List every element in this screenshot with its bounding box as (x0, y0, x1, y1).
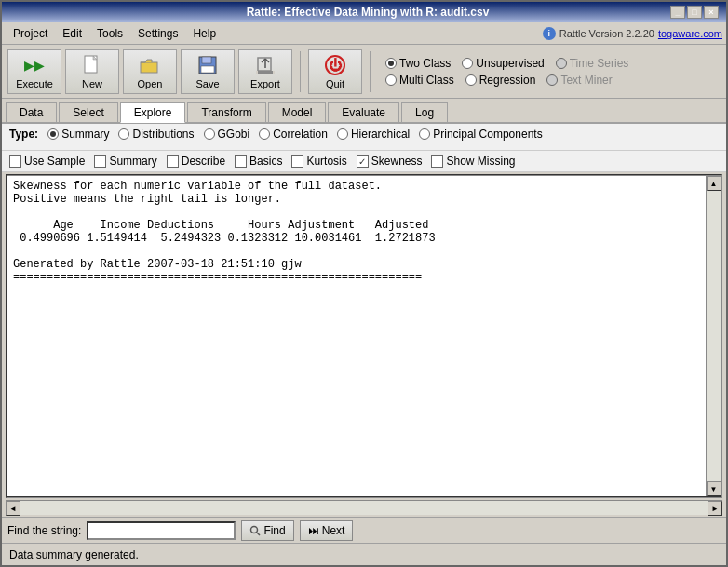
explore-type-section: Type: Summary Distributions GGobi Correl… (2, 124, 726, 151)
type-distributions[interactable]: Distributions (118, 128, 194, 141)
title-bar: Rattle: Effective Data Mining with R: au… (2, 2, 726, 22)
option-regression[interactable]: Regression (465, 74, 536, 87)
text-output[interactable]: Skewness for each numeric variable of th… (7, 176, 706, 496)
label-ggobi: GGobi (218, 128, 250, 141)
option-two-class[interactable]: Two Class (385, 57, 451, 70)
label-regression: Regression (479, 74, 536, 87)
checkbox-use-sample[interactable] (9, 155, 21, 168)
tab-transform[interactable]: Transform (187, 102, 265, 122)
option-row-1: Two Class Unsupervised Time Series (385, 57, 628, 70)
find-button[interactable]: Find (241, 520, 293, 541)
toolbar-separator (300, 51, 301, 92)
label-correlation: Correlation (273, 128, 328, 141)
menu-edit[interactable]: Edit (55, 25, 89, 42)
scroll-up-button[interactable]: ▲ (707, 176, 721, 191)
svg-rect-2 (141, 62, 157, 73)
quit-icon: ⏻ (324, 54, 346, 76)
scroll-left-button[interactable]: ◄ (6, 501, 20, 516)
svg-point-12 (251, 526, 258, 533)
label-principal-components: Principal Components (433, 128, 542, 141)
tab-select[interactable]: Select (59, 102, 117, 122)
check-use-sample[interactable]: Use Sample (9, 155, 85, 168)
type-correlation[interactable]: Correlation (259, 128, 328, 141)
find-label: Find the string: (7, 524, 81, 537)
type-principal-components[interactable]: Principal Components (419, 128, 542, 141)
togaware-link[interactable]: togaware.com (658, 28, 722, 39)
horizontal-scrollbar: ◄ ► (6, 500, 722, 515)
label-two-class: Two Class (399, 57, 451, 70)
check-basics[interactable]: Basics (235, 155, 282, 168)
check-summary[interactable]: Summary (94, 155, 156, 168)
scroll-right-button[interactable]: ► (708, 501, 722, 516)
option-unsupervised[interactable]: Unsupervised (462, 57, 544, 70)
menu-settings[interactable]: Settings (130, 25, 185, 42)
quit-button[interactable]: ⏻ Quit (308, 49, 362, 94)
tab-evaluate[interactable]: Evaluate (328, 102, 399, 122)
next-button[interactable]: ⏭ Next (300, 520, 354, 541)
rattle-version: Rattle Version 2.2.20 (559, 28, 654, 39)
tab-data[interactable]: Data (6, 102, 57, 122)
type-summary[interactable]: Summary (47, 128, 109, 141)
radio-principal-components[interactable] (419, 128, 430, 140)
option-time-series: Time Series (556, 57, 629, 70)
radio-distributions[interactable] (118, 128, 129, 140)
radio-ggobi[interactable] (204, 128, 215, 140)
open-button[interactable]: Open (123, 49, 177, 94)
new-icon (81, 54, 103, 76)
type-row: Type: Summary Distributions GGobi Correl… (9, 128, 719, 141)
checkbox-basics[interactable] (235, 155, 247, 168)
option-multi-class[interactable]: Multi Class (385, 74, 454, 87)
new-button[interactable]: New (65, 49, 119, 94)
tab-explore[interactable]: Explore (120, 102, 186, 123)
find-input[interactable] (87, 521, 236, 540)
save-icon (196, 54, 219, 76)
radio-correlation[interactable] (259, 128, 270, 140)
label-show-missing: Show Missing (446, 155, 515, 168)
radio-hierarchical[interactable] (337, 128, 348, 140)
execute-button[interactable]: Execute (7, 49, 61, 94)
minimize-button[interactable]: _ (670, 6, 685, 19)
close-button[interactable]: × (704, 6, 719, 19)
menu-tools[interactable]: Tools (89, 25, 130, 42)
type-ggobi[interactable]: GGobi (204, 128, 250, 141)
check-describe[interactable]: Describe (167, 155, 225, 168)
save-button[interactable]: Save (181, 49, 235, 94)
radio-regression[interactable] (465, 74, 477, 86)
save-label: Save (195, 78, 219, 89)
execute-icon (23, 54, 46, 76)
check-show-missing[interactable]: Show Missing (431, 155, 515, 168)
checkbox-describe[interactable] (167, 155, 179, 168)
open-icon (139, 54, 161, 76)
check-skewness[interactable]: Skewness (357, 155, 423, 168)
checkbox-kurtosis[interactable] (291, 155, 303, 168)
quit-label: Quit (326, 78, 344, 89)
label-summary: Summary (61, 128, 109, 141)
svg-rect-11 (258, 71, 273, 74)
radio-unsupervised[interactable] (462, 58, 473, 69)
execute-label: Execute (16, 78, 53, 89)
type-hierarchical[interactable]: Hierarchical (337, 128, 410, 141)
label-summary-check: Summary (109, 155, 156, 168)
status-text: Data summary generated. (9, 548, 139, 561)
h-scroll-track[interactable] (20, 501, 708, 515)
label-describe: Describe (182, 155, 225, 168)
radio-multi-class[interactable] (385, 74, 397, 86)
status-bar: Data summary generated. (2, 543, 726, 565)
scroll-down-button[interactable]: ▼ (707, 481, 721, 496)
radio-two-class[interactable] (385, 58, 397, 69)
checkbox-skewness[interactable] (357, 155, 369, 168)
check-kurtosis[interactable]: Kurtosis (291, 155, 346, 168)
tab-log[interactable]: Log (401, 102, 448, 122)
menu-project[interactable]: Project (6, 25, 55, 42)
checkbox-show-missing[interactable] (431, 155, 443, 168)
menu-help[interactable]: Help (185, 25, 223, 42)
radio-time-series (556, 58, 567, 69)
svg-line-13 (257, 533, 260, 535)
maximize-button[interactable]: □ (687, 6, 702, 19)
checkbox-summary[interactable] (94, 155, 106, 168)
export-button[interactable]: Export (238, 49, 292, 94)
type-label: Type: (9, 128, 38, 141)
scroll-thumb-area[interactable] (707, 191, 721, 481)
tab-model[interactable]: Model (268, 102, 327, 122)
radio-summary[interactable] (47, 128, 59, 140)
